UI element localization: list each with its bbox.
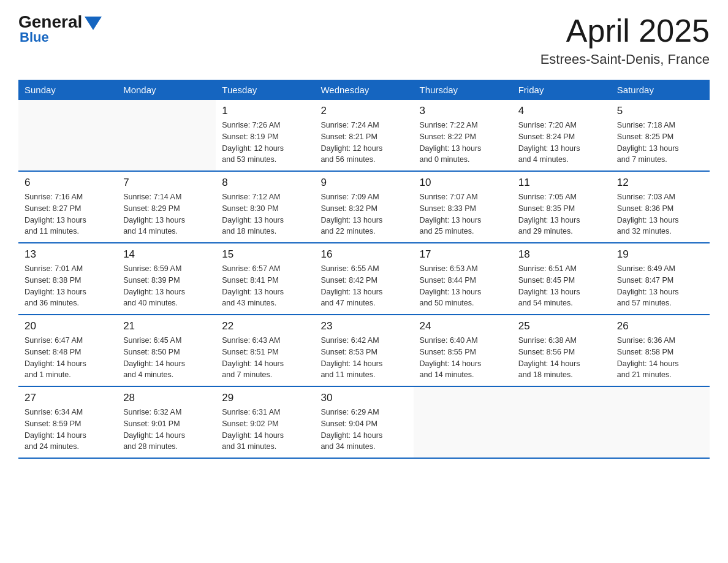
calendar-cell: 23Sunrise: 6:42 AM Sunset: 8:53 PM Dayli… <box>314 315 413 386</box>
logo: General Blue <box>18 12 102 45</box>
day-info: Sunrise: 7:24 AM Sunset: 8:21 PM Dayligh… <box>320 120 407 166</box>
calendar-week-row: 13Sunrise: 7:01 AM Sunset: 8:38 PM Dayli… <box>18 243 710 315</box>
day-number: 27 <box>25 392 111 404</box>
calendar-cell: 7Sunrise: 7:14 AM Sunset: 8:29 PM Daylig… <box>117 171 216 243</box>
day-info: Sunrise: 6:43 AM Sunset: 8:51 PM Dayligh… <box>222 335 308 381</box>
day-info: Sunrise: 7:14 AM Sunset: 8:29 PM Dayligh… <box>123 191 210 237</box>
page-header: General Blue April 2025 Estrees-Saint-De… <box>18 12 710 67</box>
calendar-cell <box>611 386 710 458</box>
logo-blue-text: Blue <box>20 29 49 45</box>
calendar-cell: 30Sunrise: 6:29 AM Sunset: 9:04 PM Dayli… <box>314 386 413 458</box>
day-number: 3 <box>420 105 506 117</box>
day-info: Sunrise: 7:12 AM Sunset: 8:30 PM Dayligh… <box>222 191 308 237</box>
calendar-cell: 10Sunrise: 7:07 AM Sunset: 8:33 PM Dayli… <box>414 171 512 243</box>
day-number: 13 <box>25 248 111 261</box>
day-number: 7 <box>123 177 210 189</box>
calendar-cell: 21Sunrise: 6:45 AM Sunset: 8:50 PM Dayli… <box>117 315 216 386</box>
weekday-header-saturday: Saturday <box>611 80 710 100</box>
calendar-cell: 25Sunrise: 6:38 AM Sunset: 8:56 PM Dayli… <box>512 315 611 386</box>
day-info: Sunrise: 6:34 AM Sunset: 8:59 PM Dayligh… <box>25 407 111 453</box>
day-info: Sunrise: 6:32 AM Sunset: 9:01 PM Dayligh… <box>123 407 210 453</box>
day-number: 8 <box>222 177 308 189</box>
day-number: 10 <box>420 177 506 189</box>
day-info: Sunrise: 6:55 AM Sunset: 8:42 PM Dayligh… <box>320 263 407 309</box>
day-number: 4 <box>518 105 605 117</box>
day-info: Sunrise: 7:18 AM Sunset: 8:25 PM Dayligh… <box>617 120 703 166</box>
day-info: Sunrise: 6:42 AM Sunset: 8:53 PM Dayligh… <box>320 335 407 381</box>
calendar-week-row: 6Sunrise: 7:16 AM Sunset: 8:27 PM Daylig… <box>18 171 710 243</box>
calendar-cell: 22Sunrise: 6:43 AM Sunset: 8:51 PM Dayli… <box>216 315 314 386</box>
day-info: Sunrise: 7:03 AM Sunset: 8:36 PM Dayligh… <box>617 191 703 237</box>
day-number: 26 <box>617 320 703 332</box>
calendar-cell: 15Sunrise: 6:57 AM Sunset: 8:41 PM Dayli… <box>216 243 314 315</box>
day-number: 12 <box>617 177 703 189</box>
weekday-header-wednesday: Wednesday <box>314 80 413 100</box>
day-number: 14 <box>123 248 210 261</box>
day-number: 6 <box>25 177 111 189</box>
calendar-cell: 4Sunrise: 7:20 AM Sunset: 8:24 PM Daylig… <box>512 100 611 171</box>
calendar-cell: 27Sunrise: 6:34 AM Sunset: 8:59 PM Dayli… <box>18 386 117 458</box>
month-title: April 2025 <box>540 12 710 49</box>
calendar-cell: 19Sunrise: 6:49 AM Sunset: 8:47 PM Dayli… <box>611 243 710 315</box>
day-number: 22 <box>222 320 308 332</box>
day-info: Sunrise: 6:53 AM Sunset: 8:44 PM Dayligh… <box>420 263 506 309</box>
day-info: Sunrise: 6:49 AM Sunset: 8:47 PM Dayligh… <box>617 263 703 309</box>
day-number: 28 <box>123 392 210 404</box>
weekday-header-monday: Monday <box>117 80 216 100</box>
day-info: Sunrise: 7:09 AM Sunset: 8:32 PM Dayligh… <box>320 191 407 237</box>
calendar-cell <box>414 386 512 458</box>
day-info: Sunrise: 6:51 AM Sunset: 8:45 PM Dayligh… <box>518 263 605 309</box>
day-info: Sunrise: 7:26 AM Sunset: 8:19 PM Dayligh… <box>222 120 308 166</box>
weekday-header-thursday: Thursday <box>414 80 512 100</box>
calendar-header-row: SundayMondayTuesdayWednesdayThursdayFrid… <box>18 80 710 100</box>
day-info: Sunrise: 6:29 AM Sunset: 9:04 PM Dayligh… <box>320 407 407 453</box>
calendar-cell: 2Sunrise: 7:24 AM Sunset: 8:21 PM Daylig… <box>314 100 413 171</box>
day-number: 11 <box>518 177 605 189</box>
calendar-week-row: 27Sunrise: 6:34 AM Sunset: 8:59 PM Dayli… <box>18 386 710 458</box>
day-info: Sunrise: 6:36 AM Sunset: 8:58 PM Dayligh… <box>617 335 703 381</box>
calendar-cell: 20Sunrise: 6:47 AM Sunset: 8:48 PM Dayli… <box>18 315 117 386</box>
calendar-cell: 6Sunrise: 7:16 AM Sunset: 8:27 PM Daylig… <box>18 171 117 243</box>
day-info: Sunrise: 6:40 AM Sunset: 8:55 PM Dayligh… <box>420 335 506 381</box>
calendar-cell <box>18 100 117 171</box>
day-number: 2 <box>320 105 407 117</box>
calendar-cell: 9Sunrise: 7:09 AM Sunset: 8:32 PM Daylig… <box>314 171 413 243</box>
day-info: Sunrise: 6:59 AM Sunset: 8:39 PM Dayligh… <box>123 263 210 309</box>
day-number: 30 <box>320 392 407 404</box>
calendar-cell: 16Sunrise: 6:55 AM Sunset: 8:42 PM Dayli… <box>314 243 413 315</box>
day-number: 17 <box>420 248 506 261</box>
weekday-header-tuesday: Tuesday <box>216 80 314 100</box>
day-number: 15 <box>222 248 308 261</box>
calendar-cell: 28Sunrise: 6:32 AM Sunset: 9:01 PM Dayli… <box>117 386 216 458</box>
day-number: 19 <box>617 248 703 261</box>
calendar-cell: 17Sunrise: 6:53 AM Sunset: 8:44 PM Dayli… <box>414 243 512 315</box>
day-info: Sunrise: 7:22 AM Sunset: 8:22 PM Dayligh… <box>420 120 506 166</box>
day-number: 29 <box>222 392 308 404</box>
calendar-cell: 5Sunrise: 7:18 AM Sunset: 8:25 PM Daylig… <box>611 100 710 171</box>
day-info: Sunrise: 7:07 AM Sunset: 8:33 PM Dayligh… <box>420 191 506 237</box>
day-number: 21 <box>123 320 210 332</box>
calendar-table: SundayMondayTuesdayWednesdayThursdayFrid… <box>18 80 710 459</box>
title-area: April 2025 Estrees-Saint-Denis, France <box>540 12 710 67</box>
day-info: Sunrise: 7:01 AM Sunset: 8:38 PM Dayligh… <box>25 263 111 309</box>
day-info: Sunrise: 6:38 AM Sunset: 8:56 PM Dayligh… <box>518 335 605 381</box>
day-info: Sunrise: 6:57 AM Sunset: 8:41 PM Dayligh… <box>222 263 308 309</box>
location-text: Estrees-Saint-Denis, France <box>540 52 710 67</box>
day-info: Sunrise: 7:20 AM Sunset: 8:24 PM Dayligh… <box>518 120 605 166</box>
day-number: 1 <box>222 105 308 117</box>
calendar-cell <box>117 100 216 171</box>
day-info: Sunrise: 6:31 AM Sunset: 9:02 PM Dayligh… <box>222 407 308 453</box>
calendar-cell: 12Sunrise: 7:03 AM Sunset: 8:36 PM Dayli… <box>611 171 710 243</box>
day-info: Sunrise: 7:05 AM Sunset: 8:35 PM Dayligh… <box>518 191 605 237</box>
day-number: 18 <box>518 248 605 261</box>
calendar-cell: 26Sunrise: 6:36 AM Sunset: 8:58 PM Dayli… <box>611 315 710 386</box>
calendar-cell: 24Sunrise: 6:40 AM Sunset: 8:55 PM Dayli… <box>414 315 512 386</box>
calendar-week-row: 20Sunrise: 6:47 AM Sunset: 8:48 PM Dayli… <box>18 315 710 386</box>
day-number: 16 <box>320 248 407 261</box>
day-number: 25 <box>518 320 605 332</box>
calendar-cell: 8Sunrise: 7:12 AM Sunset: 8:30 PM Daylig… <box>216 171 314 243</box>
day-number: 5 <box>617 105 703 117</box>
calendar-cell: 11Sunrise: 7:05 AM Sunset: 8:35 PM Dayli… <box>512 171 611 243</box>
calendar-cell: 1Sunrise: 7:26 AM Sunset: 8:19 PM Daylig… <box>216 100 314 171</box>
day-number: 9 <box>320 177 407 189</box>
